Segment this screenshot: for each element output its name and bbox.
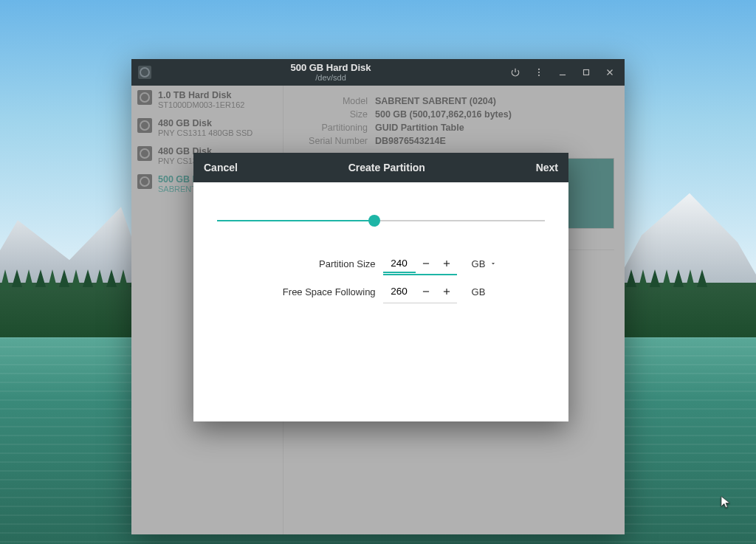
power-icon[interactable] [504, 61, 527, 84]
chevron-down-icon [489, 258, 497, 269]
free-space-stepper [383, 281, 457, 302]
svg-rect-4 [584, 70, 589, 75]
cancel-button[interactable]: Cancel [204, 162, 238, 173]
svg-point-1 [538, 72, 540, 73]
window-title-block: 500 GB Hard Disk /dev/sdd [158, 62, 504, 83]
app-icon [138, 66, 151, 79]
svg-point-0 [538, 69, 540, 70]
next-button[interactable]: Next [536, 162, 558, 173]
free-space-unit: GB [472, 286, 498, 297]
kebab-menu-icon[interactable] [527, 61, 551, 84]
increment-button[interactable] [436, 253, 457, 274]
decrement-button[interactable] [416, 253, 436, 274]
partition-size-input[interactable] [383, 255, 416, 273]
partition-size-unit-dropdown[interactable]: GB [472, 258, 498, 269]
close-icon[interactable] [598, 61, 622, 84]
unit-label: GB [472, 258, 486, 269]
mouse-cursor-icon [719, 495, 732, 512]
window-subtitle: /dev/sdd [158, 73, 504, 83]
free-space-input[interactable] [383, 283, 416, 301]
unit-label: GB [472, 286, 486, 297]
dialog-header: Cancel Create Partition Next [193, 153, 568, 182]
minimize-icon[interactable] [551, 61, 574, 84]
maximize-icon[interactable] [574, 61, 598, 84]
increment-button[interactable] [436, 281, 457, 302]
dialog-title: Create Partition [348, 162, 425, 173]
partition-size-label: Partition Size [265, 258, 376, 269]
titlebar[interactable]: 500 GB Hard Disk /dev/sdd [131, 59, 625, 86]
decrement-button[interactable] [416, 281, 436, 302]
window-title: 500 GB Hard Disk [158, 62, 504, 74]
slider-thumb[interactable] [368, 215, 380, 227]
partition-size-slider[interactable] [217, 215, 545, 227]
create-partition-dialog: Cancel Create Partition Next Partition S… [193, 153, 568, 421]
svg-point-2 [538, 75, 540, 76]
partition-size-stepper [383, 253, 457, 274]
free-space-label: Free Space Following [265, 286, 376, 297]
